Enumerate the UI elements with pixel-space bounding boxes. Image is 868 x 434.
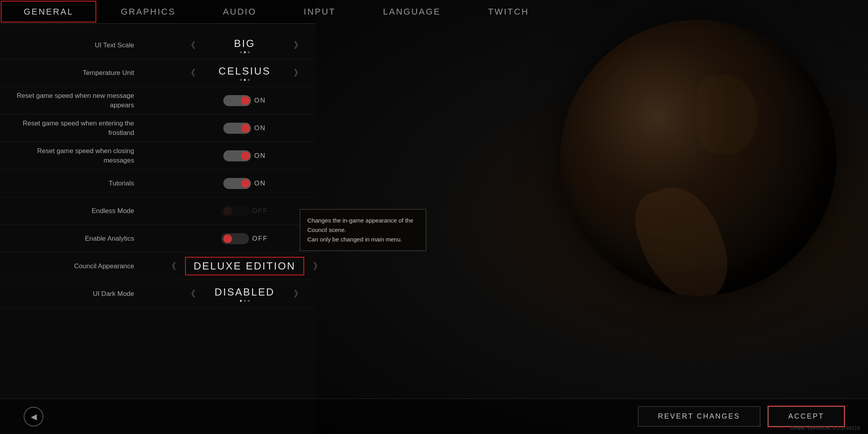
label-analytics: Enable Analytics [16,234,150,243]
tab-language[interactable]: LANGUAGE [359,0,464,23]
dot-1 [240,51,242,53]
value-dark-mode: DISABLED [205,286,284,298]
toggle-thumb-endless-mode [223,207,232,215]
arrow-control-temp: 《 CELSIUS 》 [185,65,305,81]
label-reset-new-message: Reset game speed when new message appear… [16,91,150,110]
toggle-label-reset-new-message: ON [254,97,266,105]
toggle-track-tutorials[interactable] [223,178,251,189]
toggle-reset-frostland[interactable]: ON [223,123,266,134]
label-reset-closing: Reset game speed when closing messages [16,146,150,165]
bottom-bar: ◀ REVERT CHANGES ACCEPT [0,398,868,434]
toggle-label-endless-mode: OFF [252,207,268,215]
action-buttons: REVERT CHANGES ACCEPT [638,406,844,427]
prev-dark-mode[interactable]: 《 [185,286,197,302]
setting-ui-dark-mode: UI Dark Mode 《 DISABLED 》 [0,280,355,308]
tab-audio[interactable]: AUDIO [199,0,280,23]
dot-3 [248,51,250,53]
control-reset-frostland: ON [150,123,339,134]
setting-temperature-unit: Temperature Unit 《 CELSIUS 》 [0,59,355,87]
next-text-scale[interactable]: 》 [292,37,305,53]
toggle-endless-mode: OFF [221,206,268,217]
prev-council[interactable]: 《 [165,258,178,274]
dots-temp-unit [205,79,284,81]
control-ui-dark-mode: 《 DISABLED 》 [150,286,339,302]
dot-1 [240,79,242,81]
toggle-thumb-reset-closing [241,152,250,160]
next-dark-mode[interactable]: 》 [292,286,305,302]
setting-ui-text-scale: UI Text Scale 《 BIG 》 [0,32,355,59]
arrow-control-council: 《 DELUXE EDITION 》 [165,258,324,275]
control-council-appearance: 《 DELUXE EDITION 》 [150,258,339,275]
label-reset-frostland: Reset game speed when entering the frost… [16,119,150,138]
dot-3 [248,79,250,81]
dot-1 [240,300,242,302]
prev-text-scale[interactable]: 《 [185,37,197,53]
toggle-track-analytics[interactable] [221,233,249,244]
settings-screen: GENERAL GRAPHICS AUDIO INPUT LANGUAGE TW… [0,0,868,434]
setting-reset-closing: Reset game speed when closing messages O… [0,142,355,170]
background-planet [560,20,836,296]
toggle-thumb-reset-frostland [241,124,250,133]
control-ui-text-scale: 《 BIG 》 [150,37,339,53]
toggle-analytics[interactable]: OFF [221,233,268,244]
label-council-appearance: Council Appearance [16,262,150,271]
setting-reset-frostland: Reset game speed when entering the frost… [0,114,355,142]
dot-2 [244,300,246,302]
toggle-thumb-reset-new-message [241,96,250,105]
toggle-track-endless-mode [221,206,249,217]
setting-reset-new-message: Reset game speed when new message appear… [0,87,355,114]
arrow-control-text-scale: 《 BIG 》 [185,37,305,53]
value-council: DELUXE EDITION [186,258,304,275]
dots-text-scale [205,51,284,53]
toggle-thumb-analytics [223,234,232,243]
setting-council-appearance: Council Appearance 《 DELUXE EDITION 》 [0,253,355,280]
label-temperature-unit: Temperature Unit [16,68,150,78]
toggle-track-reset-closing[interactable] [223,150,251,161]
back-button[interactable]: ◀ [24,407,43,427]
accept-button[interactable]: ACCEPT [768,406,844,427]
tab-input[interactable]: INPUT [280,0,359,23]
tab-general[interactable]: GENERAL [0,0,97,23]
dots-dark-mode [205,300,284,302]
tab-graphics[interactable]: GRAPHICS [97,0,199,23]
dot-3 [248,300,250,302]
toggle-thumb-tutorials [241,179,250,188]
value-text-scale: BIG [205,37,284,50]
arrow-control-dark-mode: 《 DISABLED 》 [185,286,305,302]
label-ui-text-scale: UI Text Scale [16,41,150,50]
toggle-reset-new-message[interactable]: ON [223,95,266,106]
label-tutorials: Tutorials [16,179,150,188]
version-label: GAME VERSION: 5.2.1-39119 [790,425,860,431]
control-temperature-unit: 《 CELSIUS 》 [150,65,339,81]
control-reset-closing: ON [150,150,339,161]
value-temp-unit: CELSIUS [205,65,284,77]
toggle-label-reset-closing: ON [254,152,266,160]
control-tutorials: ON [150,178,339,189]
toggle-tutorials[interactable]: ON [223,178,266,189]
toggle-track-reset-frostland[interactable] [223,123,251,134]
dot-2 [244,79,246,81]
toggle-track-reset-new-message[interactable] [223,95,251,106]
settings-panel: UI Text Scale 《 BIG 》 [0,24,355,316]
dot-2 [244,51,246,53]
prev-temp-unit[interactable]: 《 [185,65,197,81]
control-reset-new-message: ON [150,95,339,106]
label-ui-dark-mode: UI Dark Mode [16,289,150,299]
setting-tutorials: Tutorials ON [0,170,355,197]
toggle-label-analytics: OFF [252,235,268,243]
tab-twitch[interactable]: TWITCH [464,0,553,23]
toggle-reset-closing[interactable]: ON [223,150,266,161]
next-temp-unit[interactable]: 》 [292,65,305,81]
tooltip-text: Changes the in-game appearance of the Co… [307,217,413,243]
council-tooltip: Changes the in-game appearance of the Co… [300,209,426,251]
toggle-label-tutorials: ON [254,180,266,187]
revert-changes-button[interactable]: REVERT CHANGES [638,406,760,427]
toggle-label-reset-frostland: ON [254,124,266,132]
label-endless-mode: Endless Mode [16,206,150,216]
next-council[interactable]: 》 [311,258,324,274]
